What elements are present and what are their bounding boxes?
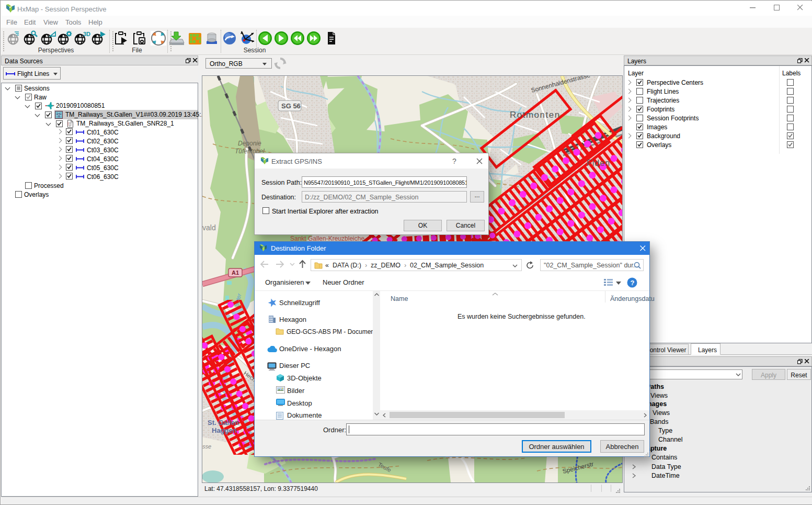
svg-text:Fiden: Fiden: [587, 159, 610, 167]
svg-text:A1: A1: [232, 270, 239, 276]
svg-text:Deponie: Deponie: [238, 140, 261, 147]
svg-text:St. Gallen: St. Gallen: [208, 419, 239, 427]
svg-text:vald: vald: [202, 223, 216, 232]
svg-text:SG 56: SG 56: [281, 102, 301, 110]
svg-text:3D: 3D: [83, 31, 90, 37]
svg-text:sse: sse: [202, 443, 211, 450]
svg-text:?: ?: [631, 279, 635, 287]
svg-text:Rotmonten: Rotmonten: [510, 110, 561, 120]
svg-text:Haggen: Haggen: [212, 427, 237, 434]
